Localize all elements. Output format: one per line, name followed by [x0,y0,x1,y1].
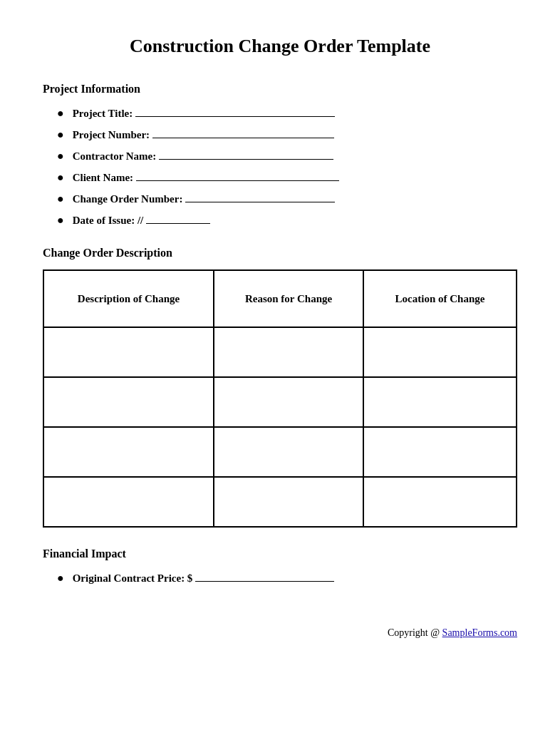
table-cell-description-4[interactable] [43,477,214,527]
col-header-location: Location of Change [363,270,517,327]
list-item-original-contract-price: Original Contract Price: $ [57,570,517,585]
original-contract-price-label: Original Contract Price: $ [73,572,193,585]
table-cell-reason-2[interactable] [214,377,363,427]
project-info-section: Project Information Project Title: Proje… [43,83,517,227]
change-order-number-label: Change Order Number: [73,193,183,205]
financial-section: Financial Impact Original Contract Price… [43,548,517,585]
page-footer: Copyright @ SampleForms.com [43,627,517,639]
table-row [43,327,517,377]
list-item-project-title: Project Title: [57,106,517,120]
col-header-reason: Reason for Change [214,270,363,327]
table-row [43,477,517,527]
table-cell-reason-4[interactable] [214,477,363,527]
list-item-client-name: Client Name: [57,170,517,184]
table-header-row: Description of Change Reason for Change … [43,270,517,327]
change-order-number-field[interactable] [185,191,335,202]
list-item-contractor-name: Contractor Name: [57,148,517,163]
copyright-text: Copyright @ [388,627,440,638]
date-of-issue-field[interactable] [146,212,210,224]
contractor-name-label: Contractor Name: [73,150,157,163]
page-title: Construction Change Order Template [43,36,517,57]
project-title-label: Project Title: [73,108,133,120]
list-item-change-order-number: Change Order Number: [57,191,517,205]
client-name-field[interactable] [136,170,339,181]
change-order-section: Change Order Description Description of … [43,247,517,528]
table-row [43,427,517,477]
table-cell-reason-1[interactable] [214,327,363,377]
project-info-list: Project Title: Project Number: Contracto… [43,106,517,227]
col-header-description: Description of Change [43,270,214,327]
table-cell-location-3[interactable] [363,427,517,477]
table-cell-description-2[interactable] [43,377,214,427]
financial-heading: Financial Impact [43,548,517,560]
original-contract-price-field[interactable] [195,570,334,582]
table-cell-location-4[interactable] [363,477,517,527]
date-of-issue-label: Date of Issue: // [73,212,211,227]
project-number-field[interactable] [152,127,334,138]
table-cell-location-2[interactable] [363,377,517,427]
list-item-project-number: Project Number: [57,127,517,141]
project-number-label: Project Number: [73,129,150,141]
change-order-table: Description of Change Reason for Change … [43,269,517,528]
contractor-name-field[interactable] [159,148,333,160]
change-order-heading: Change Order Description [43,247,517,259]
financial-list: Original Contract Price: $ [43,570,517,585]
table-cell-description-3[interactable] [43,427,214,477]
client-name-label: Client Name: [73,172,133,184]
project-info-heading: Project Information [43,83,517,96]
sampleforms-link[interactable]: SampleForms.com [442,627,517,638]
table-cell-location-1[interactable] [363,327,517,377]
list-item-date-of-issue: Date of Issue: // [57,212,517,227]
table-row [43,377,517,427]
table-cell-reason-3[interactable] [214,427,363,477]
project-title-field[interactable] [135,106,335,117]
table-cell-description-1[interactable] [43,327,214,377]
